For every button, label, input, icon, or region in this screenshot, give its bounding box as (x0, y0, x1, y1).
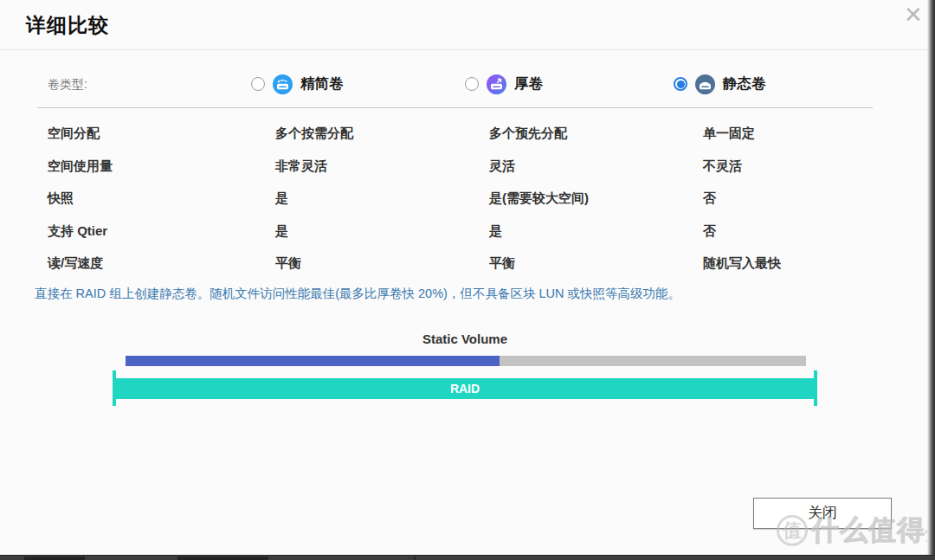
radio-thick-volume[interactable] (465, 77, 479, 91)
window-scrollbar-edge[interactable] (927, 0, 935, 555)
close-button[interactable]: 关闭 (753, 498, 892, 529)
divider (0, 49, 927, 50)
row-label: 空间使用量 (48, 158, 113, 175)
radio-static-volume[interactable] (674, 77, 687, 91)
thin-volume-icon (273, 74, 293, 94)
row-value: 否 (703, 190, 716, 207)
option-label: 静态卷 (723, 74, 766, 93)
option-static-volume[interactable]: 静态卷 (674, 72, 766, 96)
option-thick-volume[interactable]: 厚卷 (465, 72, 543, 96)
row-value: 不灵活 (703, 158, 742, 175)
row-value: 否 (703, 223, 716, 240)
row-value: 非常灵活 (275, 158, 327, 175)
row-label: 读/写速度 (48, 255, 103, 272)
raid-bar: RAID (113, 378, 817, 399)
close-icon[interactable]: ✕ (899, 0, 928, 29)
volume-bar-fill (126, 356, 500, 366)
volume-usage-bar (126, 356, 806, 366)
background-fragment (24, 557, 85, 560)
row-value: 随机写入最快 (703, 255, 781, 272)
row-value: 灵活 (489, 158, 515, 175)
background-page-edge (0, 555, 935, 560)
comparison-table: 空间分配 多个按需分配 多个预先分配 单一固定 空间使用量 非常灵活 灵活 不灵… (0, 118, 935, 280)
background-fragment (177, 557, 268, 560)
row-label: 快照 (48, 190, 74, 207)
radio-thin-volume[interactable] (251, 77, 265, 91)
static-volume-diagram-label: Static Volume (113, 331, 817, 346)
row-value: 平衡 (489, 255, 515, 272)
static-volume-icon (695, 74, 715, 94)
table-row: 读/写速度 平衡 平衡 随机写入最快 (0, 248, 935, 280)
row-label: 支持 Qtier (48, 223, 107, 240)
dialog-title: 详细比较 (26, 12, 109, 39)
volume-description: 直接在 RAID 组上创建静态卷。随机文件访问性能最佳(最多比厚卷快 20%)，… (35, 286, 900, 302)
table-row: 空间分配 多个按需分配 多个预先分配 单一固定 (0, 118, 935, 151)
raid-bracket-right (814, 370, 817, 406)
row-value: 是 (275, 190, 288, 207)
thick-volume-icon (487, 74, 506, 94)
table-row: 空间使用量 非常灵活 灵活 不灵活 (0, 151, 935, 183)
detailed-comparison-dialog: 详细比较 ✕ 卷类型: 精简卷 厚卷 (0, 0, 935, 560)
row-value: 单一固定 (703, 126, 755, 142)
row-value: 是(需要较大空间) (489, 190, 589, 207)
row-value: 是 (489, 223, 502, 240)
raid-label: RAID (450, 382, 480, 396)
volume-type-label: 卷类型: (48, 77, 87, 93)
option-thin-volume[interactable]: 精简卷 (251, 72, 344, 96)
row-value: 是 (275, 223, 288, 240)
background-fragment (414, 557, 416, 560)
row-value: 平衡 (275, 255, 301, 272)
row-value: 多个预先分配 (489, 126, 567, 142)
table-row: 支持 Qtier 是 是 否 (0, 216, 935, 248)
option-label: 精简卷 (300, 74, 344, 93)
row-label: 空间分配 (48, 126, 100, 142)
option-label: 厚卷 (514, 74, 543, 93)
row-value: 多个按需分配 (275, 126, 353, 142)
table-row: 快照 是 是(需要较大空间) 否 (0, 183, 935, 216)
divider (37, 107, 873, 108)
raid-diagram: RAID (113, 370, 817, 406)
